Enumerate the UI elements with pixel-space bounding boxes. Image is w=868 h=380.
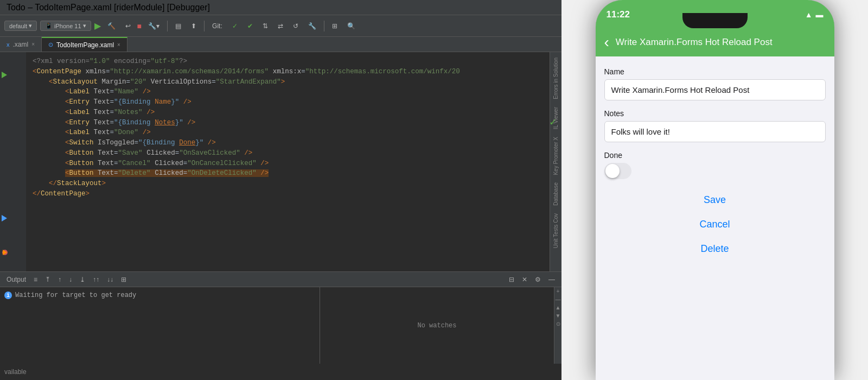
title-bar-text: Todo – TodoItemPage.xaml [riderModule] […: [7, 3, 210, 12]
form-content: Name Write Xamarin.Forms Hot Reload Post…: [596, 56, 834, 380]
bottom-content: i Waiting for target to get ready No wat…: [0, 287, 561, 364]
stop-button[interactable]: ■: [137, 22, 142, 30]
phone-icon: 📱: [45, 22, 53, 29]
info-icon: i: [4, 292, 12, 299]
output-label[interactable]: Output: [4, 275, 28, 284]
output-section: i Waiting for target to get ready: [0, 287, 320, 364]
config-chevron: ▾: [29, 22, 32, 29]
name-input[interactable]: Write Xamarin.Forms Hot Reload Post: [604, 79, 826, 100]
code-area: <?xml version="1.0" encoding="utf-8"?> <…: [0, 52, 561, 271]
tab-xaml[interactable]: x .xaml ×: [0, 37, 42, 52]
bottom-menu-icon[interactable]: ≡: [31, 275, 40, 284]
bottom-up2-icon[interactable]: ⤒: [43, 275, 53, 284]
device-label: iPhone 11: [54, 23, 81, 29]
notch-inner: [682, 13, 748, 28]
status-time: 11:22: [607, 9, 630, 20]
scroll-up-btn[interactable]: +: [556, 287, 561, 295]
bottom-sort-asc-icon[interactable]: ↑↑: [91, 275, 101, 284]
bottom-down2-icon[interactable]: ⤓: [78, 275, 87, 284]
scroll-up-arrow[interactable]: ▲: [554, 303, 561, 312]
git-wrench-icon[interactable]: 🔧: [305, 21, 320, 31]
sep3: [324, 21, 324, 31]
title-bar: Todo – TodoItemPage.xaml [riderModule] […: [0, 0, 561, 15]
bottom-settings-icon[interactable]: ⚙: [533, 275, 543, 284]
cancel-button[interactable]: Cancel: [604, 212, 826, 237]
git-check-icon[interactable]: ✓: [229, 21, 241, 31]
bottom-table-icon[interactable]: ⊞: [119, 275, 129, 284]
ide-panel: Todo – TodoItemPage.xaml [riderModule] […: [0, 0, 561, 380]
side-tab-il[interactable]: IL Viewer: [552, 104, 560, 132]
sep2: [204, 21, 205, 31]
wifi-icon: ▲: [805, 10, 813, 19]
delete-button[interactable]: Delete: [604, 237, 826, 261]
output-message-row: i Waiting for target to get ready: [4, 292, 315, 299]
search-icon[interactable]: 🔍: [344, 21, 359, 31]
tab-todoitempage-close[interactable]: ×: [117, 42, 120, 48]
arrow-indicator: [3, 250, 7, 255]
toolbar: default ▾ 📱 iPhone 11 ▾ ▶ 🔨 ↩ ■ 🔧▾ ▤ ⬆ G…: [0, 15, 561, 37]
upload-button[interactable]: ⬆: [188, 21, 200, 31]
green-indicator: [2, 72, 7, 78]
git-sync-icon[interactable]: ⇄: [275, 21, 286, 31]
scroll-down-arrow[interactable]: ▼: [554, 312, 561, 320]
scroll-down-btn[interactable]: —: [554, 295, 562, 303]
scroll-reset[interactable]: ⊙: [555, 320, 561, 328]
notes-label: Notes: [604, 109, 826, 118]
done-switch[interactable]: [604, 163, 631, 179]
tab-xaml-label: .xaml: [13, 41, 29, 48]
phone-panel: 11:22 ▲ ▬ ‹ Write Xamarin.Forms Hot Relo…: [561, 0, 868, 380]
bottom-toolbar: Output ≡ ⤒ ↑ ↓ ⤓ ↑↑ ↓↓ ⊞ ⊟ ✕ ⚙ —: [0, 272, 561, 287]
scroll-controls: + — ▲ ▼ ⊙: [554, 287, 561, 364]
status-icons: ▲ ▬: [805, 10, 824, 19]
blue-indicator: [2, 215, 7, 221]
nav-title: Write Xamarin.Forms Hot Reload Post: [616, 37, 826, 48]
bottom-up1-icon[interactable]: ↑: [56, 275, 63, 284]
device-chevron: ▾: [83, 22, 86, 29]
name-label: Name: [604, 67, 826, 76]
line-numbers: [10, 52, 26, 271]
layout-icon[interactable]: ⊞: [329, 21, 341, 31]
tab-bar: x .xaml × ⊙ TodoItemPage.xaml ×: [0, 37, 561, 52]
step-button[interactable]: ↩: [122, 21, 134, 31]
notes-input[interactable]: Folks will love it!: [604, 121, 826, 142]
build-button[interactable]: 🔨: [104, 21, 119, 31]
tab-xaml-icon: x: [7, 41, 10, 48]
side-tab-database[interactable]: Database: [552, 179, 560, 209]
battery-icon: ▬: [816, 10, 824, 19]
side-tab-errors[interactable]: Errors in Solution: [552, 54, 560, 103]
bottom-left-status: vailable: [0, 364, 561, 380]
output-message: Waiting for target to get ready: [15, 292, 136, 299]
tab-xaml-close[interactable]: ×: [31, 41, 35, 47]
side-tab-tests[interactable]: Unit Tests Cov: [552, 210, 560, 251]
back-button[interactable]: ‹: [604, 34, 609, 51]
bottom-close-icon[interactable]: ✕: [520, 275, 529, 284]
play-button[interactable]: ▶: [94, 21, 101, 31]
bottom-panel: Output ≡ ⤒ ↑ ↓ ⤓ ↑↑ ↓↓ ⊞ ⊟ ✕ ⚙ — i Waiti…: [0, 271, 561, 380]
code-editor[interactable]: <?xml version="1.0" encoding="utf-8"?> <…: [26, 52, 550, 271]
watches-section: No watches: [320, 287, 554, 364]
bottom-left-text: vailable: [4, 368, 27, 376]
git-branch-icon[interactable]: ⇅: [259, 21, 271, 31]
done-label: Done: [604, 151, 826, 160]
git-label: Git:: [209, 21, 226, 31]
pages-button[interactable]: ▤: [172, 21, 184, 31]
bottom-down1-icon[interactable]: ↓: [67, 275, 74, 284]
tab-todoitempage-label: TodoItemPage.xaml: [56, 41, 114, 49]
side-tabs: Errors in Solution IL Viewer Key Promote…: [550, 52, 561, 271]
wrench-button[interactable]: 🔧▾: [145, 21, 163, 31]
sep1: [167, 21, 168, 31]
tab-todoitempage-icon: ⊙: [48, 41, 53, 48]
save-button[interactable]: Save: [604, 188, 826, 212]
git-undo-icon[interactable]: ↺: [290, 21, 302, 31]
bottom-sort-desc-icon[interactable]: ↓↓: [105, 275, 116, 284]
side-tab-promoter[interactable]: Key Promoter X: [552, 134, 560, 179]
nav-bar: ‹ Write Xamarin.Forms Hot Reload Post: [596, 28, 834, 56]
bottom-split-icon[interactable]: ⊟: [507, 275, 516, 284]
done-switch-row: [604, 163, 826, 179]
bottom-minimize-icon[interactable]: —: [546, 275, 557, 284]
device-dropdown[interactable]: 📱 iPhone 11 ▾: [40, 21, 91, 31]
config-dropdown[interactable]: default ▾: [4, 21, 37, 31]
tab-todoitempage[interactable]: ⊙ TodoItemPage.xaml ×: [42, 37, 127, 52]
git-check2-icon[interactable]: ✔: [244, 21, 256, 31]
iphone-frame: 11:22 ▲ ▬ ‹ Write Xamarin.Forms Hot Relo…: [596, 0, 834, 380]
